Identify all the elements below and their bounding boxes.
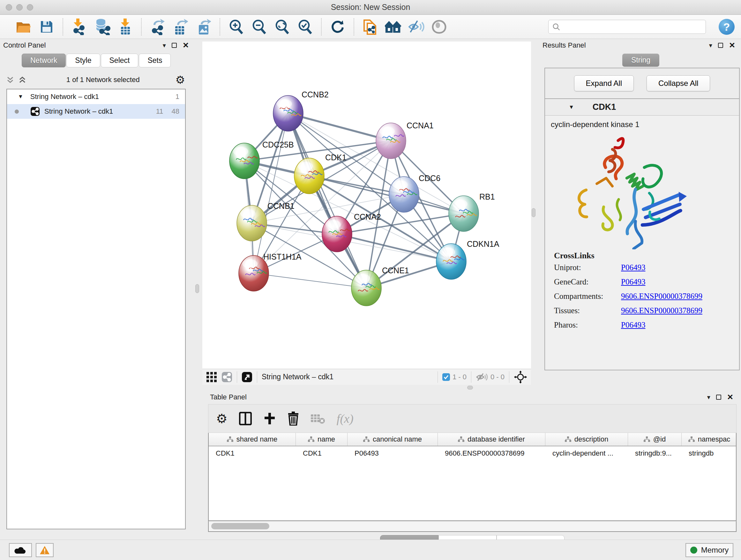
right-splitter-handle[interactable]	[532, 208, 536, 217]
hidden-eye-slash-icon[interactable]	[476, 373, 488, 381]
node-CCNE1[interactable]: CCNE1	[351, 266, 409, 306]
birds-eye-view-icon[interactable]	[206, 372, 217, 382]
save-session-button[interactable]	[38, 18, 55, 35]
table-row[interactable]: CDK1CDK1P064939606.ENSP00000378699cyclin…	[209, 446, 736, 460]
select-columns-icon[interactable]	[239, 412, 252, 425]
zoom-out-button[interactable]	[251, 18, 267, 35]
import-string-network-button[interactable]	[362, 18, 379, 35]
delete-column-trash-icon[interactable]	[287, 412, 299, 426]
help-button[interactable]: ?	[719, 19, 735, 35]
network-row-selected[interactable]: String Network – cdk1 11 48	[7, 104, 185, 119]
panel-close-icon[interactable]: ✕	[183, 41, 189, 50]
pan-crosshair-icon[interactable]	[514, 370, 527, 384]
toolbar-search[interactable]	[548, 20, 706, 34]
collection-expand-arrow-icon[interactable]: ▼	[18, 94, 23, 100]
table-cell[interactable]: P06493	[347, 446, 438, 460]
export-image-button[interactable]	[195, 18, 212, 35]
panel-float-icon[interactable]	[716, 395, 721, 400]
cloud-status-button[interactable]	[9, 543, 32, 557]
tab-style[interactable]: Style	[66, 54, 100, 67]
zoom-fit-button[interactable]	[274, 18, 290, 35]
warnings-button[interactable]	[36, 543, 54, 557]
column-header-shared-name[interactable]: shared name	[209, 433, 296, 446]
table-cell[interactable]: stringdb	[682, 446, 737, 460]
enable-glass-effect-button[interactable]	[408, 18, 424, 35]
zoom-selected-button[interactable]	[297, 18, 313, 35]
zoom-window-button[interactable]	[27, 4, 33, 10]
node-CDKN1A[interactable]: CDKN1A	[436, 240, 499, 279]
node-CDC25B[interactable]: CDC25B	[229, 140, 294, 179]
tab-network[interactable]: Network	[22, 54, 66, 67]
panel-collapse-icon[interactable]: ▾	[707, 393, 711, 401]
panel-close-icon[interactable]: ✕	[729, 41, 735, 50]
traffic-lights[interactable]	[6, 4, 33, 10]
string-home-button[interactable]	[385, 18, 401, 35]
panel-collapse-icon[interactable]: ▾	[163, 42, 166, 49]
gear-icon[interactable]: ⚙	[176, 74, 185, 85]
crosslink-link[interactable]: P06493	[621, 277, 645, 287]
tab-select[interactable]: Select	[101, 54, 138, 67]
node-HIST1H1A[interactable]: HIST1H1A	[239, 252, 301, 291]
column-header-name[interactable]: name	[296, 433, 347, 446]
table-settings-gear-icon[interactable]: ⚙	[216, 412, 227, 425]
tab-sets[interactable]: Sets	[139, 54, 171, 67]
search-input[interactable]	[563, 23, 702, 31]
panel-close-icon[interactable]: ✕	[727, 393, 733, 401]
export-network-button[interactable]	[149, 18, 166, 35]
gene-expand-arrow-icon[interactable]: ▼	[569, 104, 574, 111]
panel-float-icon[interactable]	[172, 43, 177, 48]
node-CDK1[interactable]: CDK1	[294, 153, 347, 194]
memory-button[interactable]: Memory	[685, 543, 733, 557]
refresh-view-button[interactable]	[329, 18, 346, 35]
edge-HIST1H1A-CCNE1[interactable]	[254, 273, 366, 288]
results-tab-string[interactable]: String	[622, 54, 659, 67]
zoom-in-button[interactable]	[228, 18, 245, 35]
import-network-file-button[interactable]	[71, 18, 87, 35]
node-CCNB1[interactable]: CCNB1	[237, 201, 294, 241]
expand-all-chevron-icon[interactable]	[6, 76, 14, 83]
export-table-button[interactable]	[172, 18, 189, 35]
crosslink-link[interactable]: 9606.ENSP00000378699	[621, 292, 702, 301]
node-table[interactable]: shared namenamecanonical namedatabase id…	[208, 433, 737, 521]
crosslink-link[interactable]: P06493	[621, 263, 645, 272]
delete-table-icon[interactable]	[311, 413, 325, 424]
collapse-all-button[interactable]: Collapse All	[647, 75, 710, 91]
table-cell[interactable]: 9606.ENSP00000378699	[438, 446, 545, 460]
node-RB1[interactable]: RB1	[449, 192, 495, 232]
column-header-description[interactable]: description	[545, 433, 628, 446]
scrollbar-thumb[interactable]	[211, 523, 269, 530]
import-network-database-button[interactable]	[94, 18, 111, 35]
import-table-file-button[interactable]	[117, 18, 133, 35]
column-header--id[interactable]: @id	[628, 433, 682, 446]
left-splitter-handle[interactable]	[195, 284, 199, 293]
column-header-namespac[interactable]: namespac	[682, 433, 737, 446]
edge-CCNB2-HIST1H1A[interactable]	[254, 113, 288, 273]
function-builder-icon[interactable]: f(x)	[337, 412, 354, 426]
table-cell[interactable]: CDK1	[209, 446, 296, 460]
column-header-canonical-name[interactable]: canonical name	[347, 433, 438, 446]
table-horizontal-scrollbar[interactable]	[208, 521, 737, 532]
string-share-icon[interactable]	[221, 372, 232, 382]
collapse-all-chevron-icon[interactable]	[18, 76, 26, 83]
crosslink-link[interactable]: 9606.ENSP00000378699	[621, 306, 702, 315]
table-cell[interactable]: stringdb:9...	[628, 446, 682, 460]
open-session-button[interactable]	[15, 18, 32, 35]
selected-checkbox[interactable]	[442, 373, 450, 381]
crosslink-link[interactable]: P06493	[621, 320, 645, 329]
open-external-icon[interactable]	[242, 372, 253, 382]
highlight-button[interactable]	[431, 18, 448, 35]
column-header-database-identifier[interactable]: database identifier	[438, 433, 545, 446]
network-edges[interactable]	[245, 113, 464, 288]
panel-collapse-icon[interactable]: ▾	[709, 42, 712, 49]
close-window-button[interactable]	[6, 4, 12, 10]
minimize-window-button[interactable]	[16, 4, 23, 10]
table-cell[interactable]: CDK1	[296, 446, 347, 460]
horizontal-splitter-handle[interactable]	[467, 386, 473, 389]
string-network-graph[interactable]: CCNB2CCNA1CDC25BCDK1CDC6RB1CCNB1CCNA2CDK…	[202, 42, 531, 369]
network-collection-row[interactable]: ▼ String Network – cdk1 1	[7, 89, 185, 104]
network-canvas[interactable]: CCNB2CCNA1CDC25BCDK1CDC6RB1CCNB1CCNA2CDK…	[202, 42, 531, 369]
expand-all-button[interactable]: Expand All	[574, 75, 634, 91]
edge-CCNB2-CCNE1[interactable]	[288, 113, 366, 288]
gene-header-row[interactable]: ▼ CDK1	[545, 99, 739, 116]
add-column-plus-icon[interactable]	[263, 412, 276, 425]
